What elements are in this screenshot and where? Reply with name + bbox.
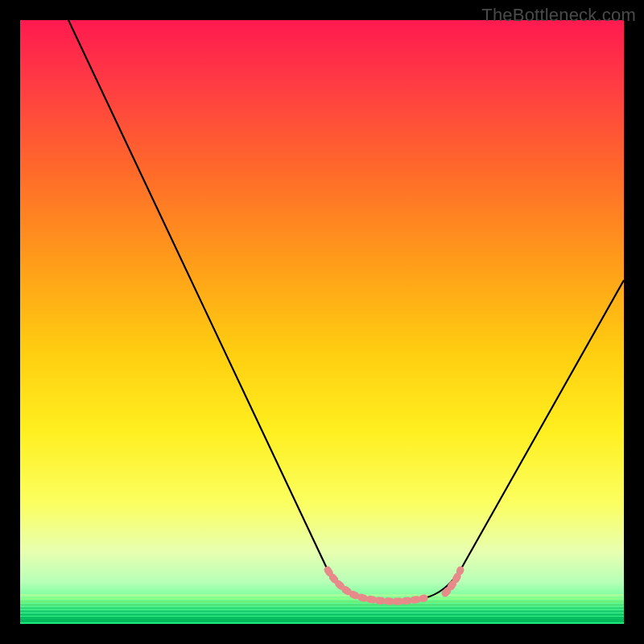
marker-pink-right — [445, 570, 460, 593]
curve-layer — [20, 20, 624, 624]
watermark-text: TheBottleneck.com — [481, 5, 636, 26]
curve-black — [68, 20, 624, 601]
marker-pink-left — [328, 570, 424, 601]
plot-area — [20, 20, 624, 624]
chart-frame: TheBottleneck.com — [0, 0, 644, 644]
